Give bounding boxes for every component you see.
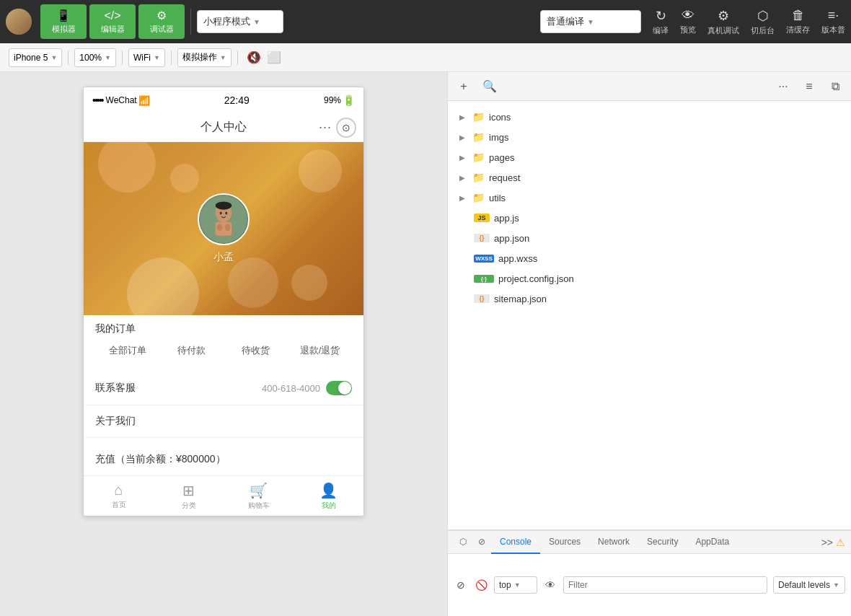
mode-dropdown[interactable]: 小程序模式 ▼ — [197, 10, 283, 33]
simulator-icon: 📱 — [56, 9, 71, 22]
avatar[interactable] — [198, 193, 250, 245]
devtools-console-icon[interactable]: ⬡ — [454, 531, 472, 554]
editor-button[interactable]: </> 编辑器 — [89, 4, 136, 39]
folder-name-imgs: imgs — [489, 132, 508, 143]
folder-pages[interactable]: ▶ 📁 pages — [448, 147, 851, 167]
customer-service-item[interactable]: 联系客服 400-618-4000 — [84, 371, 363, 405]
nav-circle-button[interactable]: ⊙ — [336, 118, 356, 138]
battery-pct: 99% — [324, 95, 341, 105]
folder-utils[interactable]: ▶ 📁 utils — [448, 188, 851, 208]
order-tab-pending-receive[interactable]: 待收货 — [224, 344, 288, 357]
debugger-button[interactable]: ⚙ 调试器 — [138, 4, 185, 39]
file-app-wxss[interactable]: WXSS app.wxss — [448, 248, 851, 268]
network-select[interactable]: WiFi ▼ — [128, 48, 165, 67]
username: 小孟 — [213, 251, 234, 264]
operation-label: 模拟操作 — [182, 51, 217, 63]
orders-section: 我的订单 全部订单 待付款 待收货 退款/退货 — [84, 315, 363, 366]
order-tab-refund[interactable]: 退款/退货 — [288, 344, 352, 357]
device-sep-3 — [171, 50, 172, 65]
scale-select[interactable]: 100% ▼ — [74, 48, 116, 67]
about-us-item[interactable]: 关于我们 — [84, 405, 363, 438]
cache-action[interactable]: 🗑 清缓存 — [786, 8, 810, 35]
customer-service-label: 联系客服 — [95, 382, 262, 395]
folder-icons[interactable]: ▶ 📁 icons — [448, 107, 851, 127]
console-levels-label: Default levels — [778, 580, 830, 590]
console-filter-button[interactable]: 🚫 — [474, 578, 488, 592]
nav-category[interactable]: ⊞ 分类 — [154, 482, 224, 511]
compile-dropdown-arrow: ▼ — [587, 18, 594, 26]
simulator-panel: ••••• WeChat 📶 22:49 99% 🔋 个人中心 ··· ⊙ — [0, 72, 447, 616]
blob-4 — [291, 265, 327, 301]
compile-action[interactable]: ↻ 编译 — [653, 8, 669, 36]
console-levels-dropdown[interactable]: Default levels ▼ — [773, 576, 845, 594]
charge-item[interactable]: 充值（当前余额：¥800000） — [84, 444, 363, 475]
tab-security[interactable]: Security — [638, 531, 687, 554]
preview-action[interactable]: 👁 预览 — [680, 8, 696, 35]
nav-profile[interactable]: 👤 我的 — [294, 482, 363, 511]
console-eye-button[interactable]: 👁 — [543, 578, 557, 592]
blob-2 — [299, 149, 342, 193]
nav-cart[interactable]: 🛒 购物车 — [224, 482, 294, 511]
folder-icon: 📁 — [472, 111, 485, 123]
json-icon-sitemap: {} — [474, 294, 490, 303]
svg-point-4 — [225, 212, 227, 215]
toolbar-right-actions: 普通编译 ▼ ↻ 编译 👁 预览 ⚙︎ 真机调试 ⬡ 切后台 🗑 清缓存 ≡· … — [540, 8, 845, 36]
devtools-block-icon[interactable]: ⊘ — [472, 531, 491, 554]
compile-dropdown[interactable]: 普通编译 ▼ — [540, 10, 641, 33]
file-name-app-json: app.json — [494, 233, 529, 244]
file-app-js[interactable]: JS app.js — [448, 208, 851, 228]
console-clear-button[interactable]: ⊘ — [454, 578, 468, 592]
file-tree: ▶ 📁 icons ▶ 📁 imgs ▶ 📁 pages ▶ 📁 request — [448, 101, 851, 529]
folder-name-icons: icons — [489, 112, 511, 123]
tab-console[interactable]: Console — [491, 531, 540, 554]
console-context-dropdown[interactable]: top ▼ — [494, 576, 537, 594]
blob-1 — [98, 142, 156, 193]
add-file-button[interactable]: + — [454, 76, 474, 97]
file-sitemap-json[interactable]: {} sitemap.json — [448, 289, 851, 309]
cache-action-label: 清缓存 — [786, 25, 810, 35]
background-icon: ⬡ — [757, 8, 769, 24]
scale-label: 100% — [79, 53, 102, 63]
layout-button[interactable]: ≡ — [799, 76, 819, 97]
screen-icon[interactable]: ⬜ — [267, 50, 281, 64]
mute-icon[interactable]: 🔇 — [247, 50, 261, 64]
order-tab-all[interactable]: 全部订单 — [95, 344, 159, 357]
nav-more-button[interactable]: ··· — [319, 120, 332, 135]
background-action[interactable]: ⬡ 切后台 — [751, 8, 775, 36]
console-filter-input[interactable] — [563, 576, 767, 594]
file-app-json[interactable]: {} app.json — [448, 228, 851, 248]
svg-point-2 — [216, 201, 232, 209]
blob-6 — [228, 258, 278, 308]
devtools-more-button[interactable]: >> — [821, 537, 833, 548]
real-device-action[interactable]: ⚙︎ 真机调试 — [707, 8, 739, 36]
battery-info: 99% 🔋 — [324, 94, 355, 106]
home-label: 首页 — [112, 500, 126, 510]
real-device-action-label: 真机调试 — [707, 25, 739, 36]
simulator-button[interactable]: 📱 模拟器 — [40, 4, 87, 39]
network-arrow: ▼ — [154, 54, 160, 61]
tab-network[interactable]: Network — [589, 531, 638, 554]
preview-action-label: 预览 — [680, 25, 696, 35]
svg-point-7 — [225, 224, 231, 231]
devtools-tabs: ⬡ ⊘ Console Sources Network Security App… — [448, 531, 851, 554]
version-action[interactable]: ≡· 版本普 — [821, 8, 845, 35]
device-select[interactable]: iPhone 5 ▼ — [9, 48, 62, 67]
nav-home[interactable]: ⌂ 首页 — [84, 482, 154, 510]
debugger-icon: ⚙ — [156, 9, 167, 22]
tab-sources[interactable]: Sources — [540, 531, 589, 554]
more-options-button[interactable]: ··· — [773, 76, 793, 97]
order-tab-pending-pay[interactable]: 待付款 — [159, 344, 224, 357]
operation-select[interactable]: 模拟操作 ▼ — [177, 48, 232, 67]
search-file-button[interactable]: 🔍 — [480, 76, 500, 97]
panel-button[interactable]: ⧉ — [825, 76, 845, 97]
scale-arrow: ▼ — [105, 54, 111, 61]
devtools: ⬡ ⊘ Console Sources Network Security App… — [448, 529, 851, 616]
toggle-switch[interactable] — [326, 381, 352, 395]
user-avatar[interactable] — [6, 9, 32, 35]
tab-appdata[interactable]: AppData — [687, 531, 738, 554]
category-label: 分类 — [182, 501, 196, 511]
folder-request[interactable]: ▶ 📁 request — [448, 167, 851, 188]
device-label: iPhone 5 — [14, 53, 48, 63]
folder-imgs[interactable]: ▶ 📁 imgs — [448, 127, 851, 147]
file-project-config[interactable]: {·} project.config.json — [448, 268, 851, 289]
